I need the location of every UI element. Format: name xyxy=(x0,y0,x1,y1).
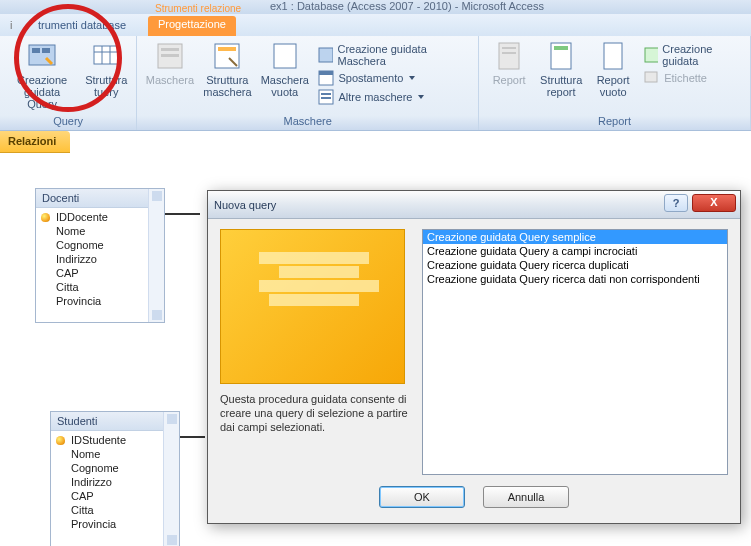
query-wizard-label-1: Creazione xyxy=(17,74,67,86)
scrollbar[interactable] xyxy=(148,189,164,322)
relation-line xyxy=(165,213,200,215)
ribbon-group-forms: Maschera Strutturamaschera Mascheravuota… xyxy=(137,36,479,130)
navigation-icon xyxy=(318,70,334,86)
report-design-icon xyxy=(545,40,577,72)
report-button-label: Report xyxy=(493,74,526,86)
ribbon-tabstrip: Strumenti relazione i trumenti database … xyxy=(0,14,751,36)
list-item[interactable]: Creazione guidata Query semplice xyxy=(423,230,727,244)
query-wizard-button[interactable]: Creazioneguidata Query xyxy=(6,38,78,112)
field-nome[interactable]: Nome xyxy=(51,447,179,461)
field-iddocente[interactable]: IDDocente xyxy=(36,210,164,224)
svg-rect-24 xyxy=(604,43,622,69)
svg-rect-17 xyxy=(321,93,331,95)
form-button-label: Maschera xyxy=(146,74,194,86)
blank-report-button[interactable]: Reportvuoto xyxy=(589,38,637,100)
query-design-label-2: tuery xyxy=(94,86,118,98)
field-provincia[interactable]: Provincia xyxy=(36,294,164,308)
labels-icon xyxy=(644,70,660,86)
form-wizard-icon xyxy=(318,47,333,63)
report-design-label-1: Struttura xyxy=(540,74,582,86)
svg-rect-23 xyxy=(554,46,568,50)
svg-rect-25 xyxy=(645,48,658,62)
form-design-label-1: Struttura xyxy=(206,74,248,86)
dropdown-icon xyxy=(409,76,415,80)
query-design-label-1: Struttura xyxy=(85,74,127,86)
svg-rect-15 xyxy=(319,71,333,75)
window-title: ex1 : Database (Access 2007 - 2010) - Mi… xyxy=(0,0,751,14)
navigation-button[interactable]: Spostamento xyxy=(315,69,472,87)
blank-report-icon xyxy=(597,40,629,72)
query-design-button[interactable]: Strutturatuery xyxy=(82,38,130,112)
field-cap[interactable]: CAP xyxy=(36,266,164,280)
list-item[interactable]: Creazione guidata Query ricerca duplicat… xyxy=(423,258,727,272)
blank-form-label-2: vuota xyxy=(271,86,298,98)
new-query-dialog: Nuova query ? X Questa procedura guidata… xyxy=(207,190,741,524)
field-citta[interactable]: Citta xyxy=(51,503,179,517)
svg-rect-12 xyxy=(274,44,296,68)
scrollbar[interactable] xyxy=(163,412,179,546)
navigation-label: Spostamento xyxy=(338,72,403,84)
ribbon-group-forms-label: Maschere xyxy=(143,113,472,130)
field-citta[interactable]: Citta xyxy=(36,280,164,294)
svg-rect-21 xyxy=(502,52,516,54)
svg-rect-1 xyxy=(32,48,40,53)
dropdown-icon xyxy=(418,95,424,99)
ok-button[interactable]: OK xyxy=(379,486,465,508)
field-cognome[interactable]: Cognome xyxy=(51,461,179,475)
blank-form-button[interactable]: Mascheravuota xyxy=(258,38,311,106)
field-idstudente[interactable]: IDStudente xyxy=(51,433,179,447)
form-design-label-2: maschera xyxy=(203,86,251,98)
svg-rect-2 xyxy=(42,48,50,53)
relations-canvas[interactable]: Docenti IDDocente Nome Cognome Indirizzo… xyxy=(0,153,751,546)
field-cognome[interactable]: Cognome xyxy=(36,238,164,252)
context-tab-group: Strumenti relazione xyxy=(155,3,241,14)
field-indirizzo[interactable]: Indirizzo xyxy=(51,475,179,489)
svg-rect-11 xyxy=(218,47,236,51)
svg-rect-9 xyxy=(161,54,179,57)
list-item[interactable]: Creazione guidata Query ricerca dati non… xyxy=(423,272,727,286)
close-button[interactable]: X xyxy=(692,194,736,212)
more-forms-icon xyxy=(318,89,334,105)
query-type-listbox[interactable]: Creazione guidata Query semplice Creazio… xyxy=(422,229,728,475)
form-design-button[interactable]: Strutturamaschera xyxy=(201,38,254,106)
tab-partial[interactable]: i xyxy=(0,16,22,36)
labels-button[interactable]: Etichette xyxy=(641,69,744,87)
more-forms-label: Altre maschere xyxy=(338,91,412,103)
field-cap[interactable]: CAP xyxy=(51,489,179,503)
report-wizard-button[interactable]: Creazione guidata xyxy=(641,42,744,68)
tab-database-tools[interactable]: trumenti database xyxy=(28,16,136,36)
report-icon xyxy=(493,40,525,72)
list-item[interactable]: Creazione guidata Query a campi incrocia… xyxy=(423,244,727,258)
report-design-label-2: report xyxy=(547,86,576,98)
wizard-preview-image xyxy=(220,229,405,384)
blank-form-icon xyxy=(269,40,301,72)
relations-tab[interactable]: Relazioni xyxy=(0,131,70,153)
query-wizard-label-2: guidata Query xyxy=(24,86,60,110)
labels-label: Etichette xyxy=(664,72,707,84)
more-forms-button[interactable]: Altre maschere xyxy=(315,88,472,106)
ribbon: Creazioneguidata Query Strutturatuery Qu… xyxy=(0,36,751,131)
form-button[interactable]: Maschera xyxy=(143,38,196,106)
help-button[interactable]: ? xyxy=(664,194,688,212)
ribbon-group-reports-label: Report xyxy=(485,113,744,130)
field-indirizzo[interactable]: Indirizzo xyxy=(36,252,164,266)
report-button[interactable]: Report xyxy=(485,38,533,100)
report-design-button[interactable]: Strutturareport xyxy=(537,38,585,100)
form-wizard-button[interactable]: Creazione guidata Maschera xyxy=(315,42,472,68)
table-studenti[interactable]: Studenti IDStudente Nome Cognome Indiriz… xyxy=(50,411,180,546)
ribbon-group-reports: Report Strutturareport Reportvuoto Creaz… xyxy=(479,36,751,130)
table-docenti[interactable]: Docenti IDDocente Nome Cognome Indirizzo… xyxy=(35,188,165,323)
dialog-titlebar[interactable]: Nuova query ? X xyxy=(208,191,740,219)
dialog-title: Nuova query xyxy=(214,199,276,211)
field-provincia[interactable]: Provincia xyxy=(51,517,179,531)
report-wizard-icon xyxy=(644,47,658,63)
ribbon-group-query-label: Query xyxy=(6,113,130,130)
blank-form-label-1: Maschera xyxy=(261,74,309,86)
cancel-button[interactable]: Annulla xyxy=(483,486,569,508)
blank-report-label-1: Report xyxy=(597,74,630,86)
svg-rect-8 xyxy=(161,48,179,51)
svg-rect-26 xyxy=(645,72,657,82)
relation-line xyxy=(180,436,205,438)
field-nome[interactable]: Nome xyxy=(36,224,164,238)
tab-design[interactable]: Progettazione xyxy=(148,16,236,36)
